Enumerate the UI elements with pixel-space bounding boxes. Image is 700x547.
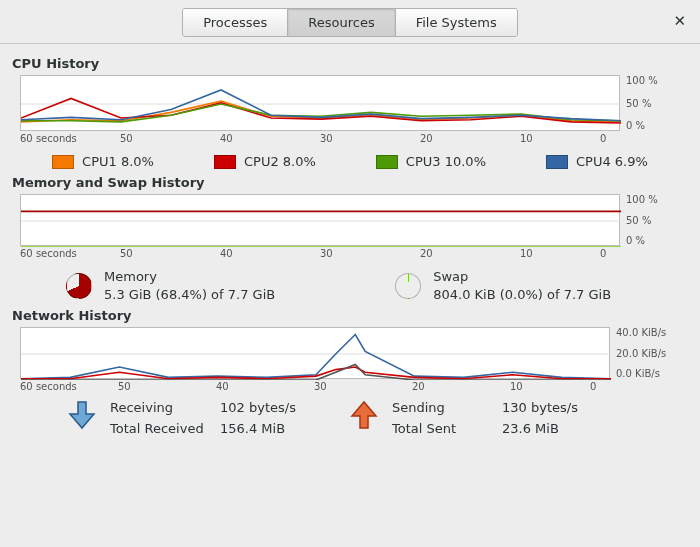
receiving-block[interactable]: Receiving 102 bytes/s Total Received 156… — [68, 400, 320, 436]
cpu1-swatch-icon — [52, 155, 74, 169]
xtick: 10 — [520, 133, 600, 144]
tab-group: Processes Resources File Systems — [182, 8, 518, 37]
cpu-history-title: CPU History — [12, 56, 690, 71]
tab-processes[interactable]: Processes — [183, 9, 288, 36]
xtick: 30 — [320, 133, 420, 144]
close-icon[interactable]: ✕ — [673, 12, 686, 30]
xtick: 40 — [220, 248, 320, 259]
swap-legend[interactable]: Swap 804.0 KiB (0.0%) of 7.7 GiB — [395, 269, 611, 302]
xtick: 10 — [510, 381, 590, 392]
receiving-rate: 102 bytes/s — [220, 400, 320, 415]
cpu2-label: CPU2 8.0% — [244, 154, 316, 169]
mem-chart-wrap: 100 % 50 % 0 % — [20, 194, 690, 246]
mem-chart — [20, 194, 620, 246]
net-yaxis: 40.0 KiB/s 20.0 KiB/s 0.0 KiB/s — [610, 327, 666, 379]
sending-grid: Sending 130 bytes/s Total Sent 23.6 MiB — [392, 400, 602, 436]
memory-legend[interactable]: Memory 5.3 GiB (68.4%) of 7.7 GiB — [66, 269, 275, 302]
receiving-grid: Receiving 102 bytes/s Total Received 156… — [110, 400, 320, 436]
xtick: 0 — [590, 381, 596, 392]
cpu3-label: CPU3 10.0% — [406, 154, 486, 169]
ytick: 0 % — [626, 235, 658, 246]
mem-yaxis: 100 % 50 % 0 % — [620, 194, 658, 246]
ytick: 50 % — [626, 98, 658, 109]
legend-cpu2[interactable]: CPU2 8.0% — [214, 154, 316, 169]
xtick: 60 seconds — [20, 381, 118, 392]
total-received-value: 156.4 MiB — [220, 421, 320, 436]
cpu3-swatch-icon — [376, 155, 398, 169]
cpu-xaxis: 60 seconds 50 40 30 20 10 0 — [20, 133, 620, 144]
mem-xaxis: 60 seconds 50 40 30 20 10 0 — [20, 248, 620, 259]
sending-rate: 130 bytes/s — [502, 400, 602, 415]
memory-value: 5.3 GiB (68.4%) of 7.7 GiB — [104, 287, 275, 302]
network-legend: Receiving 102 bytes/s Total Received 156… — [68, 400, 690, 436]
swap-label: Swap — [433, 269, 611, 284]
cpu-chart-wrap: 100 % 50 % 0 % — [20, 75, 690, 131]
xtick: 50 — [120, 133, 220, 144]
net-xaxis: 60 seconds 50 40 30 20 10 0 — [20, 381, 610, 392]
xtick: 50 — [118, 381, 216, 392]
memory-pie-icon — [66, 273, 92, 299]
ytick: 20.0 KiB/s — [616, 348, 666, 359]
upload-arrow-icon — [350, 400, 378, 430]
xtick: 60 seconds — [20, 248, 120, 259]
legend-cpu3[interactable]: CPU3 10.0% — [376, 154, 486, 169]
xtick: 20 — [420, 133, 520, 144]
receiving-label: Receiving — [110, 400, 220, 415]
tab-resources[interactable]: Resources — [288, 9, 395, 36]
mem-history-title: Memory and Swap History — [12, 175, 690, 190]
sending-block[interactable]: Sending 130 bytes/s Total Sent 23.6 MiB — [350, 400, 602, 436]
cpu2-swatch-icon — [214, 155, 236, 169]
xtick: 30 — [314, 381, 412, 392]
cpu-yaxis: 100 % 50 % 0 % — [620, 75, 658, 131]
ytick: 100 % — [626, 194, 658, 205]
ytick: 100 % — [626, 75, 658, 86]
sending-label: Sending — [392, 400, 502, 415]
tab-bar: Processes Resources File Systems ✕ — [0, 0, 700, 44]
xtick: 10 — [520, 248, 600, 259]
legend-cpu1[interactable]: CPU1 8.0% — [52, 154, 154, 169]
legend-cpu4[interactable]: CPU4 6.9% — [546, 154, 648, 169]
xtick: 0 — [600, 248, 606, 259]
memswap-legend: Memory 5.3 GiB (68.4%) of 7.7 GiB Swap 8… — [66, 269, 690, 302]
swap-value: 804.0 KiB (0.0%) of 7.7 GiB — [433, 287, 611, 302]
ytick: 50 % — [626, 215, 658, 226]
ytick: 0.0 KiB/s — [616, 368, 666, 379]
net-chart-wrap: 40.0 KiB/s 20.0 KiB/s 0.0 KiB/s — [20, 327, 690, 379]
cpu1-label: CPU1 8.0% — [82, 154, 154, 169]
cpu4-swatch-icon — [546, 155, 568, 169]
memory-label: Memory — [104, 269, 275, 284]
tab-filesystems[interactable]: File Systems — [396, 9, 517, 36]
xtick: 40 — [216, 381, 314, 392]
cpu-chart — [20, 75, 620, 131]
total-sent-label: Total Sent — [392, 421, 502, 436]
download-arrow-icon — [68, 400, 96, 430]
total-sent-value: 23.6 MiB — [502, 421, 602, 436]
swap-text: Swap 804.0 KiB (0.0%) of 7.7 GiB — [433, 269, 611, 302]
ytick: 0 % — [626, 120, 658, 131]
xtick: 30 — [320, 248, 420, 259]
xtick: 0 — [600, 133, 606, 144]
xtick: 60 seconds — [20, 133, 120, 144]
xtick: 20 — [420, 248, 520, 259]
net-history-title: Network History — [12, 308, 690, 323]
total-received-label: Total Received — [110, 421, 220, 436]
xtick: 50 — [120, 248, 220, 259]
net-chart — [20, 327, 610, 379]
memory-text: Memory 5.3 GiB (68.4%) of 7.7 GiB — [104, 269, 275, 302]
content: CPU History 100 % 50 % 0 % 60 seconds 50… — [0, 44, 700, 446]
xtick: 40 — [220, 133, 320, 144]
cpu4-label: CPU4 6.9% — [576, 154, 648, 169]
ytick: 40.0 KiB/s — [616, 327, 666, 338]
swap-pie-icon — [395, 273, 421, 299]
cpu-legend: CPU1 8.0% CPU2 8.0% CPU3 10.0% CPU4 6.9% — [10, 154, 690, 169]
xtick: 20 — [412, 381, 510, 392]
